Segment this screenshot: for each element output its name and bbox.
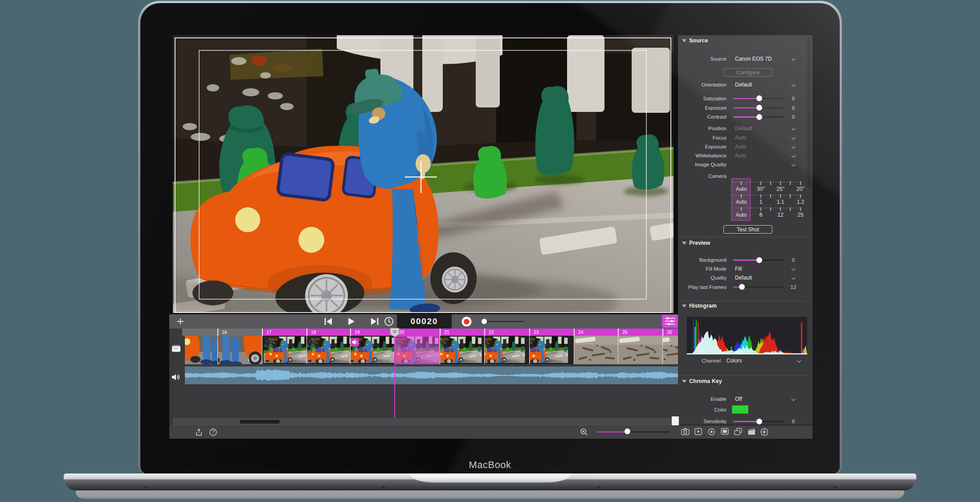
svg-text:?: ?	[212, 430, 215, 435]
